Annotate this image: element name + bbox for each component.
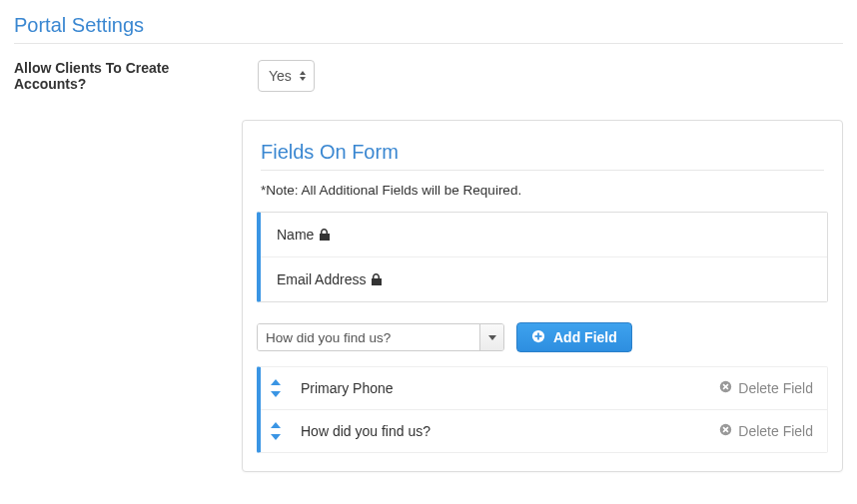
locked-field-row: Email Address [261, 256, 827, 301]
lock-icon [372, 273, 382, 285]
caret-down-icon[interactable] [271, 391, 281, 397]
custom-field-row: Primary Phone Delete Field [261, 367, 827, 409]
chevron-down-icon [488, 335, 496, 340]
custom-fields-list: Primary Phone Delete Field How did you f… [257, 366, 828, 453]
field-combobox [257, 323, 504, 351]
delete-field-button[interactable]: Delete Field [719, 380, 813, 396]
caret-up-icon[interactable] [271, 422, 281, 428]
sort-handle[interactable] [267, 422, 285, 440]
panel-note: *Note: All Additional Fields will be Req… [261, 183, 824, 198]
sort-handle[interactable] [267, 379, 285, 397]
allow-create-select[interactable]: Yes [258, 60, 315, 92]
custom-field-label: How did you find us? [295, 423, 709, 439]
delete-field-button[interactable]: Delete Field [719, 423, 813, 439]
plus-circle-icon [531, 329, 545, 346]
custom-field-row: How did you find us? Delete Field [261, 409, 827, 452]
delete-field-label: Delete Field [738, 380, 813, 396]
custom-field-label: Primary Phone [295, 380, 709, 396]
page-title: Portal Settings [14, 14, 843, 44]
add-field-label: Add Field [553, 329, 617, 345]
delete-field-label: Delete Field [738, 423, 813, 439]
x-circle-icon [719, 423, 732, 439]
locked-field-row: Name [261, 213, 827, 256]
panel-title: Fields On Form [261, 141, 824, 171]
lock-icon [320, 229, 330, 241]
add-field-button[interactable]: Add Field [516, 322, 632, 352]
fields-panel: Fields On Form *Note: All Additional Fie… [242, 120, 843, 472]
locked-field-label: Email Address [277, 271, 366, 287]
locked-field-label: Name [277, 227, 314, 243]
caret-down-icon[interactable] [271, 434, 281, 440]
allow-create-label: Allow Clients To Create Accounts? [14, 60, 242, 92]
svg-rect-2 [535, 335, 542, 337]
allow-create-select-wrap: Yes [258, 60, 315, 92]
allow-create-row: Allow Clients To Create Accounts? Yes [14, 60, 843, 92]
locked-fields-list: Name Email Address [257, 212, 828, 302]
caret-up-icon[interactable] [271, 379, 281, 385]
field-combobox-toggle[interactable] [479, 324, 503, 350]
field-combobox-input[interactable] [258, 324, 479, 350]
x-circle-icon [719, 380, 732, 396]
add-field-row: Add Field [257, 322, 828, 352]
